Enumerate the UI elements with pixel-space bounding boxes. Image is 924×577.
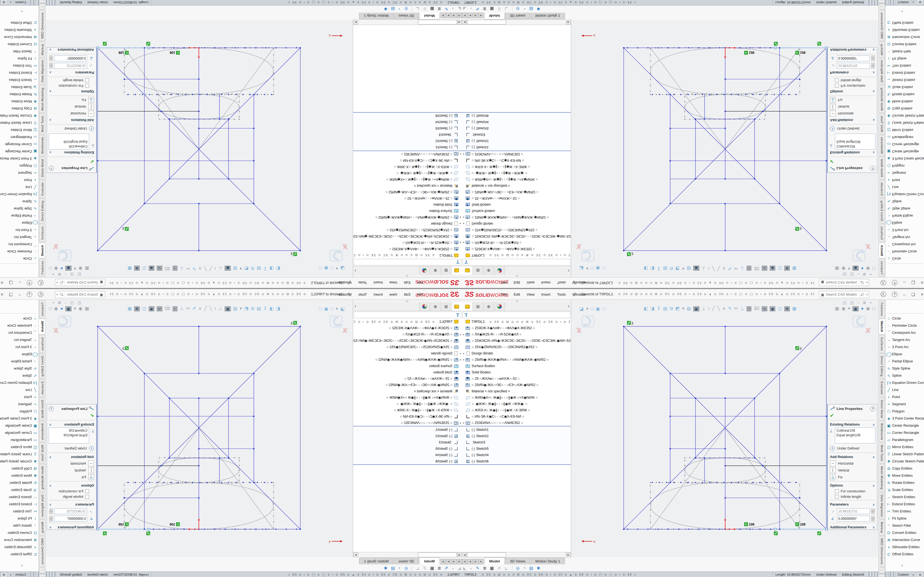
- tree-sketch-item[interactable]: (-) Sketch1: [353, 144, 462, 151]
- view-tool-icon[interactable]: ✂: [186, 266, 190, 271]
- view-tool-icon[interactable]: ⊥: [740, 306, 744, 311]
- minimize-button[interactable]: –: [903, 281, 905, 285]
- search-input[interactable]: ▣ Search CAD Models ▾: [55, 291, 105, 298]
- commandmanager-tab[interactable]: Markup: [879, 42, 885, 57]
- view-tool-icon[interactable]: □: [591, 307, 593, 311]
- sketch-tool[interactable]: ◌ Perimeter Circle: [885, 322, 924, 329]
- view-tool-icon[interactable]: ✎: [192, 306, 196, 311]
- add-relation-button[interactable]: ⚓ Fix: [47, 474, 96, 480]
- tree-sketch-item[interactable]: Sketch3: [462, 132, 571, 138]
- view-tool-icon[interactable]: □: [331, 266, 333, 270]
- view-tool-icon[interactable]: ◪: [341, 307, 344, 311]
- tab-configurationmanager[interactable]: ⊕: [430, 266, 441, 275]
- expand-arrow-icon[interactable]: ▸: [459, 333, 462, 336]
- mdi-control-icon[interactable]: ×: [52, 301, 55, 305]
- sketch-tool[interactable]: ▱ Parallelogram: [0, 134, 39, 141]
- view-tool-icon[interactable]: ╲: [717, 306, 720, 311]
- sketch-tool[interactable]: ⌢ 3 Point Arc: [885, 226, 924, 234]
- restore-button[interactable]: ❏: [9, 292, 13, 297]
- add-relation-button[interactable]: ⚓ Fix: [828, 474, 877, 480]
- minimize-button[interactable]: –: [903, 292, 905, 297]
- commandmanager-tab[interactable]: Sheet Metal: [39, 398, 45, 421]
- tree-item[interactable]: ▸ ○ 25ЗЄИNΛ∩∙○ ◦ ○∙∩ΛNИЄЗ52 ○: [462, 419, 571, 426]
- view-tool-icon[interactable]: ∿: [762, 306, 767, 311]
- options-tool-icon[interactable]: ◔: [523, 566, 525, 571]
- tree-sketch-item[interactable]: (-) Sketch1: [462, 426, 571, 433]
- view-tool-icon[interactable]: ✥: [784, 306, 790, 311]
- user-account-icon[interactable]: [880, 292, 886, 297]
- sketch-tool[interactable]: ◝ Sketch Fillet: [0, 522, 39, 529]
- doc-tab[interactable]: 3D Views: [505, 558, 530, 564]
- tree-item[interactable]: ○ ИN◦Э6◦Х◉С○ ◦ ○С◉Х◦6Э◦NИ ○: [353, 158, 462, 164]
- length-spinner[interactable]: ▲▼: [871, 509, 875, 514]
- view-tool-icon[interactable]: ✂: [734, 306, 738, 311]
- menu-item[interactable]: Tools: [358, 292, 367, 297]
- commandmanager-tab[interactable]: Direct Editing: [39, 198, 45, 223]
- sketch-tool[interactable]: ⊏ Offset Entities: [0, 551, 39, 558]
- angle-spinner[interactable]: ▲▼: [49, 56, 53, 61]
- view-tool-icon[interactable]: ▣: [596, 307, 600, 311]
- view-tool-icon[interactable]: ▤: [257, 306, 261, 311]
- close-button[interactable]: ×: [0, 280, 3, 285]
- menu-item[interactable]: View: [389, 281, 397, 285]
- view-tool-icon[interactable]: 3D: [165, 266, 170, 271]
- commandmanager-tab[interactable]: :: [39, 0, 45, 3]
- commandmanager-tab[interactable]: Direct Editing: [879, 198, 885, 223]
- sketch-tool[interactable]: ◫ Mirror Entities: [0, 126, 39, 134]
- tree-item[interactable]: Solid Bodies: [353, 369, 462, 376]
- tree-item[interactable]: ○ 253ЄЖ◦Х◉ΛАФ○ ◦ ○ФАΛ◉Х◦ЖЄ352 ○: [462, 325, 571, 331]
- menu-item[interactable]: View: [527, 292, 535, 297]
- sketch-tool[interactable]: ⠿ Linear Sketch Pattern: [885, 451, 924, 458]
- search-input[interactable]: ▣ Search CAD Models ▾: [819, 279, 869, 286]
- tree-item[interactable]: Material < not specified >: [462, 388, 571, 394]
- view-tool-icon[interactable]: □: [603, 307, 605, 311]
- view-tool-icon[interactable]: ▤: [663, 306, 667, 311]
- view-tool-icon[interactable]: ▨: [233, 266, 237, 271]
- sketch-tool[interactable]: ƒx Equation Driven Curve: [885, 379, 924, 386]
- tree-item[interactable]: ○ ЖЯЭ◦Х○ Ж◉∥○ ◦ ○∥◉Ж ○Х◦ЭЯЖ ○: [462, 407, 571, 413]
- commandmanager-tab[interactable]: Surfaces: [39, 224, 45, 242]
- sketch-tool[interactable]: ⠿ Linear Sketch Pattern: [885, 119, 924, 126]
- tree-horizontal-scrollbar[interactable]: ◀ ▶: [462, 552, 571, 557]
- palette-overflow-chevron[interactable]: »: [900, 565, 905, 567]
- sketch-tool[interactable]: ▪ Point: [885, 393, 924, 401]
- add-relation-button[interactable]: ─ Horizontal: [828, 460, 877, 467]
- help-icon[interactable]: ?: [892, 292, 897, 297]
- view-tool-icon[interactable]: ▤: [663, 266, 667, 271]
- mdi-control-icon[interactable]: ×: [52, 272, 55, 276]
- add-relation-button[interactable]: ─ Horizontal: [47, 460, 96, 467]
- doc-tab[interactable]: Motion Study 1: [359, 558, 393, 564]
- sketch-tool[interactable]: ◈ 3 Point Center Recta...: [885, 155, 924, 162]
- scroll-left-button[interactable]: ◀: [457, 20, 462, 24]
- view-tool-icon[interactable]: ✎: [192, 266, 196, 271]
- view-tool-icon[interactable]: ✥: [134, 266, 140, 271]
- doc-tab[interactable]: Model: [419, 558, 439, 564]
- view-tool-icon[interactable]: 3D: [165, 306, 170, 311]
- sketch-tool[interactable]: ◯ Ellipse: [0, 219, 39, 226]
- sketch-tool[interactable]: ╱ Line: [0, 386, 39, 393]
- tab-displaymanager[interactable]: [494, 266, 505, 275]
- sketch-tool[interactable]: ⌢ 3 Point Arc: [885, 343, 924, 351]
- tree-item[interactable]: ▸ ○ 25ЗЄИNΛ∩∙○ ◦ ○∙∩ΛNИЄЗ52 ○: [353, 151, 462, 158]
- view-tool-icon[interactable]: ◨: [650, 306, 654, 311]
- sketch-tool[interactable]: ∿ Style Spline: [0, 205, 39, 212]
- options-tool-icon[interactable]: ◎: [404, 566, 408, 571]
- sketch-tool[interactable]: ◈ 3 Point Center Recta...: [885, 415, 924, 422]
- tree-item[interactable]: ○ 253ЄЖ◦Х◉ΛАФ○ ◦ ○ФАΛ◉Х◦ЖЄ352 ○: [353, 246, 462, 252]
- sketch-tool[interactable]: ⬡ Polygon: [0, 162, 39, 169]
- options-header[interactable]: Options ∧: [47, 482, 96, 488]
- tree-item[interactable]: ○ 25ИN◉◦ЖА∩ⁿЗЄ○ ◦ ○ЄЗⁿ∩АЖ◦◉NИ52 ○: [462, 189, 571, 195]
- expand-arrow-icon[interactable]: ▸: [459, 421, 462, 424]
- commandmanager-tab[interactable]: Mold Tools: [879, 443, 885, 464]
- view-tool-icon[interactable]: ▣: [596, 266, 600, 270]
- tree-item[interactable]: ○ ЖЯЭ◦Х○ Ж◉∥○ ◦ ○∥◉Ж ○Х◦ЭЯЖ ○: [353, 407, 462, 413]
- existing-relations-header[interactable]: Existing Relations ∧: [47, 421, 96, 427]
- view-tool-icon[interactable]: ╱: [209, 266, 212, 271]
- sketch-tool[interactable]: ⇲ Scale Entities: [0, 84, 39, 91]
- tree-sketch-item[interactable]: (-) Sketch6: [353, 458, 462, 464]
- tree-item[interactable]: ▸ Design Binder: [462, 221, 571, 227]
- tab-nav-arrow[interactable]: ◀: [462, 559, 467, 564]
- scroll-right-button[interactable]: ▶: [566, 553, 570, 557]
- sketch-tool[interactable]: ◖ Silhouette Entities: [0, 543, 39, 551]
- length-field[interactable]: 10.88152731: [54, 508, 87, 514]
